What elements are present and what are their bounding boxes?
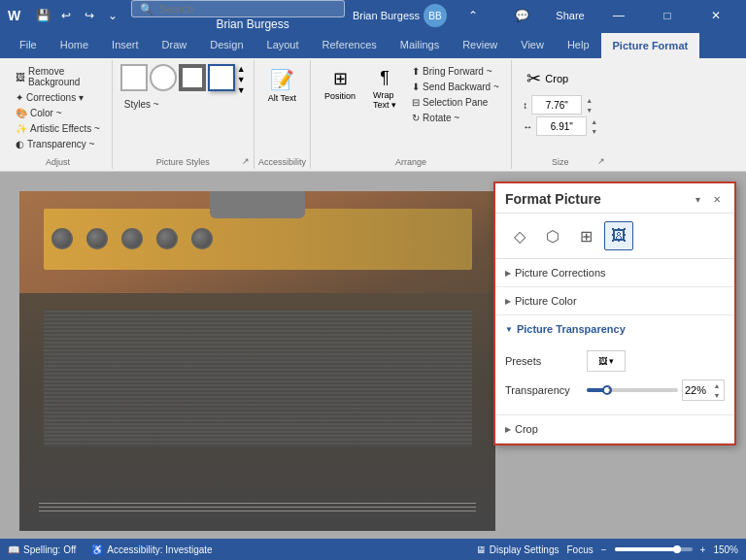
share-button[interactable]: Share [548,0,593,31]
maximize-button[interactable]: □ [645,0,690,31]
styles-arrows: ▲ ▼ ▼ [237,64,246,95]
title-bar: W 💾 ↩ ↪ ⌄ Brian Burgess Brian Burgess BB… [0,0,746,31]
crop-button[interactable]: ✂ Crop [523,64,572,93]
panel-collapse-button[interactable]: ▾ [690,191,705,207]
styles-expand-arrow[interactable]: ▼ [237,85,246,95]
user-info: Brian Burgess BB [353,4,447,27]
accessibility-icon: ♿ [91,544,103,555]
tab-insert[interactable]: Insert [100,31,151,58]
transparency-label: Transparency ~ [27,139,94,149]
position-button[interactable]: ⊞ Position [319,64,361,105]
more-quick-access-button[interactable]: ⌄ [102,5,123,26]
save-button[interactable]: 💾 [32,5,53,26]
crop-section: ▶ Crop [495,415,734,444]
crop-header[interactable]: ▶ Crop [495,415,734,443]
title-bar-left: W 💾 ↩ ↪ ⌄ [8,5,123,26]
remove-background-button[interactable]: 🖼 RemoveBackground [12,64,84,89]
layout-properties-button[interactable]: ⊞ [571,221,600,250]
tab-review[interactable]: Review [451,31,509,58]
tab-layout[interactable]: Layout [255,31,311,58]
width-down-spinner[interactable]: ▼ [591,126,597,136]
width-input[interactable] [536,116,587,136]
focus-button[interactable]: Focus [567,544,593,555]
zoom-level-display[interactable]: 150% [713,544,738,555]
zoom-minus-button[interactable]: − [601,544,607,555]
height-up-spinner[interactable]: ▲ [586,95,593,105]
zoom-slider[interactable] [615,547,693,551]
width-icon: ↔ [523,121,532,132]
title-bar-right: Brian Burgess BB ⌃ 💬 Share — □ ✕ [353,0,738,31]
transparency-slider-track[interactable]: ↕ [587,388,678,392]
zoom-plus-icon: + [700,544,706,555]
size-expand-button[interactable]: ↗ [595,155,607,167]
close-button[interactable]: ✕ [694,0,738,31]
picture-styles-expand-button[interactable]: ↗ [240,155,252,167]
rotate-button[interactable]: ↻ Rotate ~ [408,111,503,125]
selection-pane-icon: ⊟ [412,97,420,108]
styles-button[interactable]: Styles ~ [120,97,163,112]
panel-close-button[interactable]: ✕ [709,191,725,207]
corrections-button[interactable]: ✦ Corrections ▾ [12,90,87,105]
display-settings-button[interactable]: 🖥 Display Settings [476,544,560,555]
shape-effects-button[interactable]: ⬡ [538,221,567,250]
tab-picture-format[interactable]: Picture Format [601,31,700,58]
color-icon: 🎨 [16,108,27,118]
ribbon-toggle-button[interactable]: ⌃ [451,0,495,31]
picture-color-header[interactable]: ▶ Picture Color [495,287,734,314]
knob-1 [51,228,73,249]
status-bar: 📖 Spelling: Off ♿ Accessibility: Investi… [0,539,746,560]
zoom-plus-button[interactable]: + [700,544,706,555]
picture-corrections-label: Picture Corrections [515,267,606,279]
display-label: Display Settings [490,544,560,555]
alt-text-button[interactable]: 📝 Alt Text [262,64,302,107]
style-option-4[interactable] [208,64,235,91]
ribbon-group-picture-styles: ▲ ▼ ▼ Styles ~ Picture Styles ↗ [113,60,254,169]
wrap-text-button[interactable]: ¶ WrapText ▾ [365,64,404,114]
document-wrapper: Format Picture ▾ ✕ ◇ ⬡ ⊞ 🖼 ▶ Picture Cor… [0,172,746,539]
transparency-up-spinner[interactable]: ▲ [712,380,722,390]
tab-file[interactable]: File [8,31,49,58]
accessibility-status[interactable]: ♿ Accessibility: Investigate [91,544,212,555]
bring-forward-button[interactable]: ⬆ Bring Forward ~ [408,64,503,79]
guitar-image[interactable] [19,191,495,531]
send-backward-button[interactable]: ⬇ Send Backward ~ [408,80,503,94]
transparency-row: Transparency ↕ 22% ▲ ▼ [505,376,725,405]
tab-references[interactable]: References [311,31,389,58]
styles-down-arrow[interactable]: ▼ [237,75,246,84]
tab-design[interactable]: Design [198,31,254,58]
redo-button[interactable]: ↪ [79,5,100,26]
tab-home[interactable]: Home [49,31,100,58]
picture-corrections-header[interactable]: ▶ Picture Corrections [495,259,734,286]
transparency-button[interactable]: ◐ Transparency ~ [12,137,98,151]
styles-up-arrow[interactable]: ▲ [237,64,246,74]
tab-help[interactable]: Help [556,31,601,58]
comments-button[interactable]: 💬 [499,0,544,31]
bring-forward-icon: ⬆ [412,66,420,77]
fill-effects-button[interactable]: ◇ [505,221,534,250]
color-button[interactable]: 🎨 Color ~ [12,106,66,120]
transparency-chevron: ▼ [505,325,513,334]
presets-dropdown-button[interactable]: 🖼 ▾ [587,350,626,372]
tab-draw[interactable]: Draw [151,31,199,58]
doc-title: Brian Burgess [216,17,288,31]
height-down-spinner[interactable]: ▼ [586,105,593,115]
picture-button[interactable]: 🖼 [604,221,633,250]
picture-color-section: ▶ Picture Color [495,287,734,315]
style-option-2[interactable] [150,64,177,91]
undo-button[interactable]: ↩ [55,5,77,26]
search-input[interactable] [131,0,345,17]
transparency-down-spinner[interactable]: ▼ [712,390,722,400]
width-up-spinner[interactable]: ▲ [591,116,597,126]
height-input[interactable] [531,95,582,115]
tab-mailings[interactable]: Mailings [389,31,451,58]
crop-label: Crop [545,73,568,84]
style-option-1[interactable] [120,64,148,91]
minimize-button[interactable]: — [596,0,641,31]
picture-transparency-header[interactable]: ▼ Picture Transparency [495,315,734,343]
selection-pane-button[interactable]: ⊟ Selection Pane [408,95,503,110]
style-option-3[interactable] [179,64,206,91]
tab-view[interactable]: View [509,31,556,58]
position-icon: ⊞ [333,68,348,89]
spelling-status[interactable]: 📖 Spelling: Off [8,544,76,555]
artistic-effects-button[interactable]: ✨ Artistic Effects ~ [12,121,104,136]
